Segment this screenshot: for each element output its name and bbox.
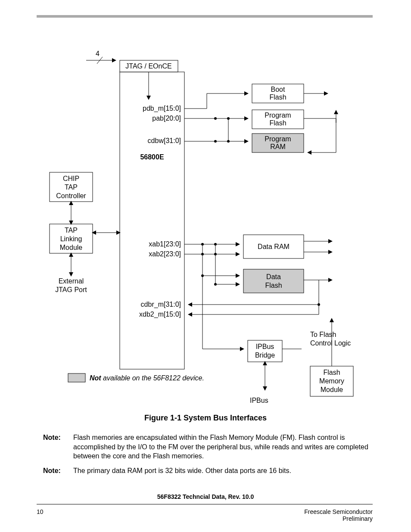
figure-caption: Figure 1-1 System Bus Interfaces (0, 414, 411, 423)
prog-flash-l1: Program (265, 112, 291, 119)
note-text-1: Flash memories are encapsulated within t… (73, 433, 371, 461)
signal-pab: pab[20:0] (152, 115, 181, 122)
tap-link-l2: Linking (60, 235, 82, 243)
svg-point-3 (227, 140, 230, 143)
flash-mm-l2: Memory (319, 377, 344, 385)
chip-tap-l3: Controller (56, 192, 86, 199)
svg-point-10 (318, 303, 320, 306)
signal-cdbr-m: cdbr_m[31:0] (141, 301, 181, 308)
tap-link-l3: Module (60, 244, 83, 251)
note-1: Note: Flash memories are encapsulated wi… (43, 433, 371, 461)
legend-swatch (68, 373, 85, 382)
svg-point-2 (214, 140, 217, 143)
ext-jtag-l2: JTAG Port (55, 286, 87, 293)
boot-flash-l1: Boot (271, 86, 285, 93)
signal-xab1: xab1[23:0] (149, 240, 181, 248)
svg-point-9 (214, 283, 217, 286)
footer-right: Freescale Semiconductor Preliminary (304, 508, 373, 522)
prog-ram-l1: Program (265, 135, 291, 143)
footer-rule (37, 504, 373, 504)
bus-width-label: 4 (96, 50, 100, 57)
flash-mm-l3: Module (321, 386, 343, 393)
flash-mm-l1: Flash (323, 369, 340, 376)
boot-flash-l2: Flash (269, 93, 286, 101)
note-text-2: The primary data RAM port is 32 bits wid… (73, 466, 371, 476)
page-number: 10 (37, 508, 44, 515)
chip-tap-l2: TAP (65, 184, 78, 191)
prog-ram-l2: RAM (270, 143, 286, 150)
footer-company: Freescale Semiconductor (304, 508, 373, 515)
chip-tap-l1: CHIP (63, 175, 79, 182)
tap-link-l1: TAP (65, 227, 78, 234)
core-label: 56800E (140, 153, 164, 161)
jtag-eonce-label: JTAG / EOnCE (125, 62, 171, 70)
signal-xab2: xab2[23:0] (149, 250, 181, 258)
data-flash-l2: Flash (265, 282, 282, 289)
to-flash-l1: To Flash (310, 331, 336, 338)
ipbus-bridge-l1: IPBus (256, 343, 274, 350)
ipbus-bridge-l2: Bridge (255, 352, 275, 359)
note-2: Note: The primary data RAM port is 32 bi… (43, 466, 371, 476)
data-ram-label: Data RAM (258, 243, 290, 250)
note-label-2: Note: (43, 466, 73, 476)
signal-cdbw: cdbw[31:0] (148, 137, 181, 144)
ipbus-label: IPBus (250, 397, 268, 404)
footer-status: Preliminary (304, 515, 373, 522)
signal-xdb2-m: xdb2_m[15:0] (139, 311, 181, 318)
prog-flash-l2: Flash (269, 119, 286, 127)
footer-doc: 56F8322 Techncial Data, Rev. 10.0 (0, 493, 411, 500)
ext-jtag-l1: External (59, 277, 84, 285)
system-bus-diagram: 56800E JTAG / EOnCE 4 pdb_m[15:0] pab[20… (0, 0, 411, 431)
to-flash-l2: Control Logic (310, 339, 351, 347)
data-flash-l1: Data (266, 273, 281, 280)
note-label-1: Note: (43, 433, 73, 442)
svg-point-0 (214, 117, 217, 120)
signal-pdb-m: pdb_m[15:0] (143, 105, 181, 112)
legend-text: Not available on the 56F8122 device. (90, 374, 204, 382)
